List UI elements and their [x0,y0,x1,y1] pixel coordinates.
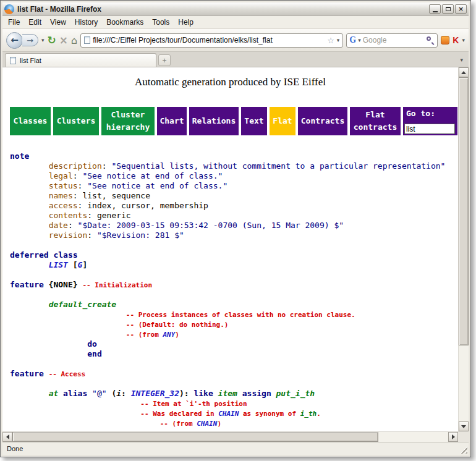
nav-button-cluster-hierarchy[interactable]: Cluster hierarchy [101,107,155,135]
goto-input[interactable] [404,124,455,134]
history-dropdown-icon[interactable]: ▾ [41,37,45,43]
search-magnifier-icon[interactable] [426,36,435,44]
code-text: -- Was declared in [140,410,218,418]
url-text[interactable]: file:///C:/Eiffel Projects/tour/Document… [93,36,325,44]
addon-icon[interactable] [441,36,449,44]
home-button[interactable]: ⌂ [71,35,77,46]
search-input[interactable] [363,36,425,44]
code-text: [ [68,260,78,269]
code-link[interactable]: put_i_th [276,389,315,398]
back-button[interactable]: ← [6,32,23,49]
kaspersky-icon[interactable]: K [453,35,459,45]
code-line: -- (from CHAIN) [10,418,458,428]
arrow-right-icon [452,434,457,439]
nav-button-clusters[interactable]: Clusters [53,107,99,135]
code-text: . [317,410,321,418]
code-link[interactable]: i_th [300,410,317,418]
code-line: -- (from ANY) [10,329,458,339]
code-text: ): [179,389,193,398]
nav-button-text[interactable]: Text [241,107,267,135]
code-link[interactable]: item [218,389,237,398]
tab-label: list Flat [20,57,41,64]
code-text [10,349,87,358]
code-line [10,359,458,369]
code-text [44,369,49,378]
code-link[interactable]: CHAIN [197,420,217,428]
search-bar[interactable]: G ▾ [346,33,438,48]
code-link[interactable]: CHAIN [218,410,239,418]
status-bar: Done [2,442,469,455]
title-bar[interactable]: list Flat - Mozilla Firefox × [2,2,469,16]
url-dropdown-icon[interactable]: ▾ [337,37,340,43]
scrollbar-corner [458,432,469,442]
menu-help[interactable]: Help [174,16,198,28]
nav-button-relations[interactable]: Relations [189,107,239,135]
code-link[interactable]: default_create [49,300,117,309]
code-text [10,211,49,220]
code-text: -- Process instances of classes with no … [126,311,355,319]
forward-button[interactable]: → [22,34,38,46]
horizontal-scrollbar[interactable] [2,432,458,442]
code-text: : index, cursor, membership [78,201,208,210]
arrow-up-icon [461,69,466,74]
page: Automatic generation produced by ISE Eif… [2,67,458,431]
nav-button-contracts[interactable]: Contracts [298,107,347,135]
tab-bar: list Flat + ▾ [2,52,469,67]
code-text [10,230,49,240]
refresh-button[interactable]: ↻ [48,34,56,46]
code-link[interactable]: ANY [163,331,175,339]
menu-file[interactable]: File [4,16,24,28]
code-text [10,418,160,428]
code-text [10,201,49,210]
scroll-right-button[interactable] [448,432,458,442]
code-text: : [73,171,83,180]
search-engine-dropdown-icon[interactable]: ▾ [358,37,361,43]
code-text [10,260,49,269]
code-text [237,389,242,398]
nav-button-classes[interactable]: Classes [10,107,51,135]
resize-grip[interactable] [459,446,467,454]
code-text: status [49,181,78,190]
vertical-scrollbar[interactable] [458,67,469,431]
page-icon [84,36,90,44]
code-line: default_create [10,300,458,310]
new-tab-button[interactable]: + [158,54,171,66]
vertical-scroll-track[interactable] [459,77,469,421]
nav-button-flat[interactable]: Flat [270,107,295,135]
scroll-left-button[interactable] [2,432,12,442]
menu-tools[interactable]: Tools [148,16,174,28]
tab-list-dropdown-icon[interactable]: ▾ [460,57,466,67]
code-text [58,389,63,398]
menu-edit[interactable]: Edit [24,16,46,28]
code-link[interactable]: LIST [49,260,68,269]
close-button[interactable]: × [455,4,467,14]
browser-window: list Flat - Mozilla Firefox × FileEditVi… [0,0,471,457]
code-link[interactable]: at [49,389,59,398]
bookmark-star-icon[interactable]: ☆ [327,36,334,45]
minimize-button[interactable] [429,4,441,14]
code-link[interactable]: INTEGER_32 [131,389,179,398]
code-line: contents: generic [10,211,458,221]
code-text: : [87,230,97,240]
nav-button-flat-contracts[interactable]: Flat contracts [350,107,401,135]
code-text [10,181,49,190]
vertical-scroll-thumb[interactable] [459,77,469,345]
maximize-button[interactable] [442,4,454,14]
stop-button[interactable]: × [59,34,68,46]
menu-view[interactable]: View [46,16,70,28]
code-line: -- Process instances of classes with no … [10,310,458,319]
toolbar-overflow-icon[interactable]: ▾ [462,37,465,43]
url-bar[interactable]: file:///C:/Eiffel Projects/tour/Document… [80,33,343,48]
menu-bookmarks[interactable]: Bookmarks [102,16,148,28]
nav-button-chart[interactable]: Chart [157,107,187,135]
scroll-up-button[interactable] [459,67,469,77]
tab-list-flat[interactable]: list Flat [5,53,156,67]
horizontal-scroll-thumb[interactable] [12,432,378,442]
code-text: ( [107,389,117,398]
code-line: -- (Default: do nothing.) [10,319,458,329]
nav-row: ClassesClustersCluster hierarchyChartRel… [10,107,458,135]
scroll-down-button[interactable] [459,421,469,431]
horizontal-scroll-track[interactable] [12,432,448,442]
menu-history[interactable]: History [70,16,102,28]
code-text: -- Item at `i'-th position [140,400,247,408]
